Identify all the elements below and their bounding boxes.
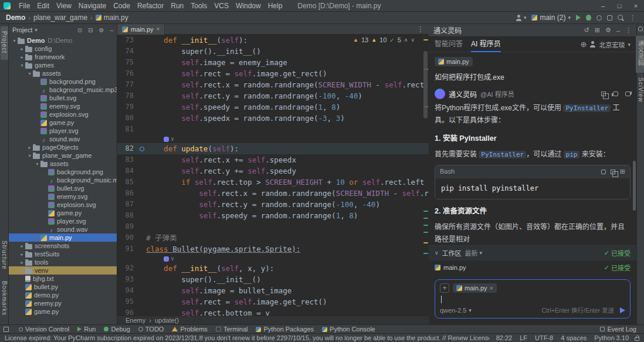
notifications-icon[interactable]	[638, 26, 643, 31]
status-item-0[interactable]: 82:22	[496, 334, 513, 341]
tree-item-config[interactable]: ▸config	[9, 45, 117, 53]
line-number[interactable]: 89	[117, 221, 137, 232]
chevron-down-icon[interactable]: ▾	[35, 27, 38, 33]
tree-item-games[interactable]: ▾games	[9, 61, 117, 69]
menu-code[interactable]: Code	[110, 2, 134, 10]
copy-icon[interactable]	[611, 170, 615, 174]
collapse-all-icon[interactable]: ⊟	[88, 27, 93, 33]
toolwindow-run[interactable]: Run	[73, 325, 100, 334]
stripe-mark[interactable]	[423, 253, 428, 254]
tree-item-pageobjects[interactable]: ▸pageObjects	[9, 143, 117, 151]
collapse-arrow-icon[interactable]: ▾	[26, 153, 33, 158]
collapse-arrow-icon[interactable]: ▾	[26, 71, 33, 76]
project-panel-title[interactable]: Project	[12, 26, 32, 33]
stripe-mark[interactable]	[423, 218, 428, 219]
maximize-button[interactable]: □	[611, 2, 628, 9]
tree-item-background-music-mp3[interactable]: background_music.mp3	[9, 86, 117, 94]
code-line[interactable]: 84 self.rect.y += self.speedy	[117, 165, 429, 177]
gear-icon[interactable]: ⚙	[99, 27, 104, 33]
code-line[interactable]: 82 def update(self):	[117, 143, 429, 154]
run-button[interactable]	[576, 15, 581, 21]
input-file-chip[interactable]: main.py ×	[453, 283, 497, 293]
editor-scrollbar[interactable]	[423, 51, 428, 118]
insert-code-icon[interactable]	[601, 170, 606, 174]
gear-icon[interactable]: ⚙	[605, 26, 611, 34]
close-tab-icon[interactable]: ×	[157, 26, 160, 32]
toolwindow-vcs[interactable]: Version Control	[15, 325, 73, 334]
tree-item-demo[interactable]: ▾DemoD:\Demo	[9, 36, 117, 45]
toolwindow-pycon[interactable]: Python Console	[318, 325, 379, 334]
previous-problem-icon[interactable]: ∧	[404, 37, 408, 43]
line-number[interactable]: 87	[117, 199, 137, 210]
stripe-button-Structure[interactable]: Structure	[1, 236, 8, 276]
menu-file[interactable]: File	[15, 2, 33, 10]
code-line[interactable]: 93 super().__init__()	[117, 274, 429, 285]
send-icon[interactable]	[620, 307, 625, 313]
history-icon[interactable]: ↺	[584, 26, 589, 34]
menu-run[interactable]: Run	[167, 2, 187, 10]
line-number[interactable]: 80	[117, 113, 137, 124]
tab-smart-qa[interactable]: 智能问答	[435, 37, 463, 52]
code-line[interactable]: 75 self.image = enemy_image	[117, 57, 429, 68]
license-message[interactable]: License expired: Your PyCharm subscripti…	[5, 334, 489, 341]
toolwindow-debug[interactable]: Debug	[100, 325, 134, 334]
breadcrumb-method[interactable]: update()	[155, 317, 179, 324]
stripe-button-SciView[interactable]: SciView	[637, 73, 644, 109]
line-number[interactable]: 95	[117, 296, 137, 307]
profiler-button[interactable]	[596, 15, 602, 21]
menu-tools[interactable]: Tools	[187, 2, 211, 10]
account-name[interactable]: 北京宏琰	[599, 40, 625, 49]
chat-text-input[interactable]	[440, 293, 625, 306]
tree-item-venv[interactable]: ▸venv	[9, 266, 117, 275]
toolwindow-terminal[interactable]: Terminal	[212, 325, 252, 334]
toolwindow-pypkg[interactable]: Python Packages	[252, 325, 318, 334]
copy-icon[interactable]	[601, 92, 606, 96]
tree-item-background-music-mp3[interactable]: background_music.mp3	[9, 176, 117, 184]
more-actions-button[interactable]: ⋮	[629, 14, 636, 22]
line-number[interactable]: 75	[117, 57, 137, 68]
new-chat-icon[interactable]: ⊞	[595, 26, 600, 34]
tab-main-py[interactable]: main.py ×	[117, 24, 165, 35]
menu-edit[interactable]: Edit	[33, 2, 53, 10]
code-line[interactable]: 91class Bullet(pygame.sprite.Sprite):	[117, 243, 429, 255]
line-number[interactable]: 88	[117, 210, 137, 221]
tree-item-assets[interactable]: ▾assets	[9, 160, 117, 168]
code-line[interactable]: 88 self.speedy = random.randrange(1, 8)	[117, 210, 429, 221]
thumb-up-icon[interactable]	[613, 92, 618, 96]
code-line[interactable]: 87 self.rect.y = random.randrange(-100, …	[117, 199, 429, 210]
tree-item-bullet-svg[interactable]: bullet.svg	[9, 94, 117, 102]
line-number[interactable]: 85	[117, 177, 137, 188]
stripe-mark[interactable]	[423, 225, 428, 226]
tree-item-bullet-py[interactable]: bullet.py	[9, 283, 117, 291]
code-line[interactable]: 92 def __init__(self, x, y):	[117, 263, 429, 274]
tab-ai-programmer[interactable]: AI 程序员	[471, 37, 501, 52]
toolwindow-problems[interactable]: Problems	[168, 325, 211, 334]
tree-item-bullet-svg[interactable]: bullet.svg	[9, 184, 117, 192]
stripe-button-通义灵码[interactable]: 通义灵码	[636, 36, 644, 73]
tab-options-icon[interactable]: ⋮	[417, 25, 429, 33]
code-line[interactable]: 83 self.rect.x += self.speedx	[117, 154, 429, 165]
expand-arrow-icon[interactable]: ▸	[19, 260, 25, 265]
code-block-content[interactable]: pip install pyinstaller	[435, 178, 630, 199]
code-line[interactable]: 74 super().__init__()	[117, 46, 429, 57]
nav-package[interactable]: plane_war_game	[33, 13, 87, 22]
code-line[interactable]: 76 self.rect = self.image.get_rect()	[117, 68, 429, 79]
run-config-selector[interactable]: main (2) ▾	[531, 13, 571, 22]
stripe-mark[interactable]	[423, 211, 428, 212]
line-number[interactable]: 82	[117, 143, 137, 154]
toolwindow-todo[interactable]: TODO	[134, 325, 168, 334]
menu-help[interactable]: Help	[265, 2, 286, 10]
code-line[interactable]: 81	[117, 124, 429, 135]
tree-item-game-py[interactable]: game.py	[9, 118, 117, 127]
line-number[interactable]: 74	[117, 46, 137, 57]
line-number[interactable]: 76	[117, 68, 137, 79]
workspace-bar[interactable]: ∨ 工作区 最新 ▾ ✓ 已接受	[429, 245, 636, 260]
tree-item-player-svg[interactable]: player.svg	[9, 217, 117, 225]
expand-arrow-icon[interactable]: ▸	[19, 46, 25, 52]
tree-item-bjhg-txt[interactable]: bjhg.txt	[9, 275, 117, 283]
overrides-icon[interactable]	[140, 147, 144, 151]
tree-item-assets[interactable]: ▾assets	[9, 69, 117, 77]
context-file-chip[interactable]: main.py	[435, 57, 473, 66]
tree-item-explosion-svg[interactable]: explosion.svg	[9, 201, 117, 209]
code-line[interactable]: 96 self.rect.bottom = y	[117, 307, 429, 316]
